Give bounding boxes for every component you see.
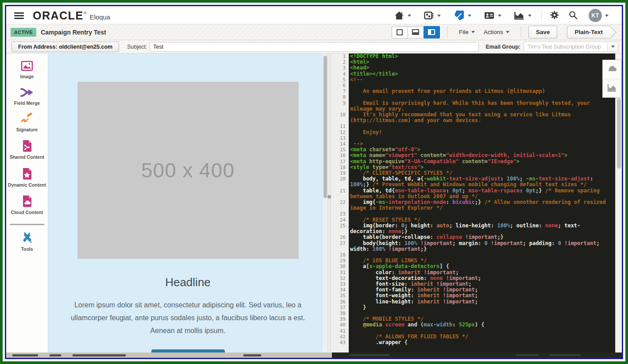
line-number: 13 [331,135,349,141]
sidebar-item-dynamic-content[interactable]: Dynamic Content [7,167,47,188]
file-menu[interactable]: File [455,26,479,38]
sidebar-item-field-merge[interactable]: Field Merge [7,86,47,106]
line-number: 22 [331,199,349,211]
cloud-sync-button[interactable] [603,60,621,79]
navbar-separator [541,10,542,21]
save-button[interactable]: Save [528,26,558,38]
toolbar-separator [447,27,447,38]
tools-icon [20,231,34,245]
view-toggle-preview[interactable] [408,26,424,38]
code-line[interactable]: 10 It's highly recommended that you test… [331,112,615,123]
line-number: 16 [331,153,349,158]
code-scrollbar-thumb[interactable] [617,99,621,169]
splitter-handle[interactable] [327,195,331,199]
plain-text-button[interactable]: Plain-Text [567,26,610,38]
email-body-text[interactable]: Lorem ipsum dolor sit amet, consectetur … [69,299,306,337]
code-line[interactable]: 22 img{-ms-interpolation-mode: bicubic;}… [331,199,615,211]
chevron-down-icon [611,46,615,48]
line-number: 1 [331,54,349,59]
email-group-dropdown-button[interactable] [607,42,618,51]
code-text[interactable] [349,135,615,141]
code-line[interactable]: 1<!DOCTYPE html> [331,54,615,59]
actions-menu[interactable]: Actions [479,26,514,38]
code-text[interactable]: body, table, td, a{-webkit-text-size-adj… [349,176,615,188]
preview-view-icon [412,29,419,35]
code-line[interactable]: 21 table, td{mso-table-lspace: 0pt; mso-… [331,188,615,199]
contacts-menu[interactable] [478,8,508,23]
code-line[interactable]: 12 Enjoy! [331,130,615,135]
hamburger-menu-icon[interactable] [12,9,27,22]
line-number: 10 [331,112,349,123]
analytics-menu[interactable] [508,8,538,23]
code-text[interactable]: <!-- [349,77,615,83]
code-text[interactable] [349,123,615,129]
home-menu[interactable] [388,8,417,23]
code-line[interactable]: 25 img{border: 0; height: auto; line-hei… [331,223,615,234]
code-text[interactable]: line-height: inherit !important; [349,299,615,305]
email-headline[interactable]: Headline [165,276,211,289]
code-line[interactable]: 5<!-- [331,77,615,83]
cta-button[interactable] [151,349,225,353]
code-text[interactable]: Enjoy! [349,130,615,135]
user-menu[interactable]: KT [582,7,615,24]
chevron-down-icon [468,15,471,17]
settings-button[interactable] [545,8,564,23]
code-line[interactable]: 9 Email is surprisingly hard. While this… [331,100,615,112]
code-lines[interactable]: 1<!DOCTYPE html>2<html>3<head>4<title></… [331,54,615,353]
line-number: 43 [331,340,349,345]
code-text[interactable]: <!DOCTYPE html> [349,54,615,59]
search-button[interactable] [564,8,582,23]
code-text[interactable]: } [349,305,615,310]
code-text[interactable]: <html> [349,59,615,65]
code-text[interactable]: It's highly recommended that you test us… [349,112,615,123]
campaigns-menu[interactable] [417,8,447,23]
assets-menu-active[interactable] [447,8,478,23]
sidebar-divider [10,224,44,225]
html-source-editor[interactable]: 1<!DOCTYPE html>2<html>3<head>4<title></… [331,54,622,353]
code-line[interactable]: 7 An email present from your friends at … [331,88,615,94]
code-text[interactable]: <title></title> [349,71,615,77]
code-line[interactable]: 36 line-height: inherit !important; [331,299,615,305]
code-line[interactable]: 13 [331,135,615,141]
sidebar-item-image[interactable]: Image [7,60,47,80]
from-address-button[interactable]: From Address: oldclient@en25.com [12,42,119,52]
code-text[interactable]: An email present from your friends at Li… [349,88,615,94]
code-line[interactable]: 37 } [331,305,615,310]
code-text[interactable]: .wrapper { [349,340,615,345]
toolbar-separator [521,27,521,38]
image-placeholder[interactable]: 500 x 400 [77,82,299,259]
view-toggle-design[interactable] [392,26,408,38]
code-scrollbar[interactable] [615,54,622,353]
preview-scrollbar-thumb[interactable] [324,56,327,198]
code-text[interactable]: body{height: 100% !important; margin: 0 … [349,241,615,252]
code-line[interactable]: 20 body, table, td, a{-webkit-text-size-… [331,176,615,188]
sidebar-item-tools[interactable]: Tools [7,231,47,252]
pane-splitter[interactable] [327,54,331,353]
code-line[interactable]: 43 .wrapper { [331,340,615,345]
subject-input[interactable] [150,42,478,52]
chart-preview-button[interactable] [603,79,621,97]
code-text[interactable]: img{border: 0; height: auto; line-height… [349,223,615,234]
field-merge-icon [20,86,34,99]
line-number: 27 [331,241,349,252]
code-text[interactable]: Email is surprisingly hard. While this h… [349,100,615,112]
line-number: 14 [331,141,349,147]
email-group-select[interactable]: Tim's Test Subscription Group [524,42,618,52]
campaign-canvas-icon [424,10,434,21]
code-line[interactable]: 40 @media screen and (max-width: 525px) … [331,322,615,328]
code-text[interactable]: table, td{mso-table-lspace: 0pt; mso-tab… [349,188,615,199]
preview-scrollbar[interactable] [323,54,327,353]
image-placeholder-label: 500 x 400 [141,158,235,182]
view-toggle-split-active[interactable] [424,26,440,38]
sidebar-item-shared-content[interactable]: Shared Content [7,139,47,160]
code-text[interactable]: @media screen and (max-width: 525px) { [349,322,615,328]
code-text[interactable]: img{-ms-interpolation-mode: bicubic;} /*… [349,199,615,211]
cloud-content-icon [21,195,33,208]
sidebar-item-signature[interactable]: Signature [7,113,47,133]
code-line[interactable]: 2<html> [331,59,615,65]
sidebar-item-cloud-content[interactable]: Cloud Content [7,195,47,215]
code-line[interactable]: 27 body{height: 100% !important; margin:… [331,241,615,252]
line-number: 30 [331,264,349,269]
line-number: 7 [331,88,349,94]
code-line[interactable]: 4<title></title> [331,71,615,77]
